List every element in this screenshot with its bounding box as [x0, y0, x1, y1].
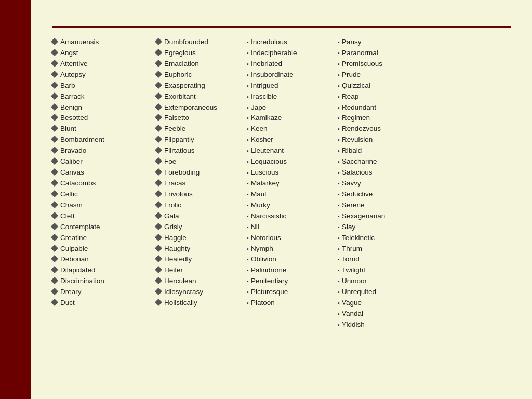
bullet-icon — [51, 168, 58, 176]
word-label: Foreboding — [164, 167, 200, 178]
word-label: Foe — [164, 156, 176, 167]
word-label: Penitentiary — [251, 276, 288, 287]
bullet-icon: ▪ — [247, 179, 249, 188]
list-item: Barrack — [52, 91, 156, 102]
word-label: Barrack — [60, 91, 85, 102]
word-label: Luscious — [251, 167, 278, 178]
list-item: ▪Vandal — [338, 309, 429, 320]
word-label: Palindrome — [251, 265, 286, 276]
word-label: Chasm — [60, 200, 83, 211]
bullet-icon — [155, 103, 162, 110]
list-item: ▪Insubordinate — [247, 70, 338, 81]
bullet-icon — [155, 60, 162, 67]
word-label: Heatedly — [164, 254, 192, 265]
list-item: Bravado — [52, 145, 156, 156]
bullet-icon — [51, 244, 58, 251]
bullet-icon: ▪ — [247, 60, 249, 69]
bullet-icon — [51, 49, 58, 56]
word-label: Unmoor — [342, 276, 367, 287]
bullet-icon — [155, 49, 162, 56]
list-item: Euphoric — [156, 70, 247, 81]
list-item: Cleft — [52, 211, 156, 222]
word-label: Paranormal — [342, 48, 378, 59]
list-item: ▪Loquacious — [247, 156, 338, 167]
bullet-icon: ▪ — [338, 136, 340, 144]
bullet-icon: ▪ — [338, 277, 340, 286]
word-label: Dilapidated — [60, 265, 96, 276]
bullet-icon — [51, 179, 58, 187]
word-label: Heifer — [164, 265, 183, 276]
list-item: ▪Kosher — [247, 135, 338, 145]
bullet-icon — [155, 82, 162, 89]
word-label: Feeble — [164, 124, 185, 135]
list-item: Catacombs — [52, 178, 156, 189]
bullet-icon: ▪ — [338, 147, 340, 155]
bullet-icon — [155, 168, 162, 176]
list-item: ▪Murky — [247, 200, 338, 211]
list-item: Egregious — [156, 48, 247, 59]
word-label: Seductive — [342, 189, 373, 200]
bullet-icon — [51, 190, 58, 197]
word-label: Emaciation — [164, 59, 199, 70]
list-item: ▪Incredulous — [247, 37, 338, 48]
list-item: ▪Inebriated — [247, 59, 338, 70]
word-label: Falsetto — [164, 113, 189, 124]
bullet-icon — [155, 201, 162, 208]
word-label: Haggle — [164, 233, 187, 244]
word-label: Duct — [60, 298, 75, 309]
bullet-icon: ▪ — [338, 114, 340, 123]
list-item: Canvas — [52, 167, 156, 178]
bullet-icon — [51, 125, 58, 132]
word-label: Ribald — [342, 145, 362, 156]
list-item: ▪Redundant — [338, 102, 429, 113]
word-label: Flirtatious — [164, 145, 195, 156]
list-item: Heifer — [156, 265, 247, 276]
list-item: ▪Oblivion — [247, 254, 338, 265]
bullet-icon: ▪ — [338, 299, 340, 308]
list-item: ▪Unrequited — [338, 287, 429, 298]
list-item: ▪Narcissistic — [247, 211, 338, 222]
list-item: ▪Platoon — [247, 298, 338, 309]
bullet-icon: ▪ — [247, 168, 249, 177]
bullet-icon: ▪ — [247, 266, 249, 275]
column-2: DumbfoundedEgregiousEmaciationEuphoricEx… — [156, 37, 247, 389]
word-label: Insubordinate — [251, 70, 294, 81]
list-item: Falsetto — [156, 113, 247, 124]
word-label: Nil — [251, 222, 259, 233]
word-label: Prude — [342, 70, 361, 81]
list-item: Angst — [52, 48, 156, 59]
word-label: Dreary — [60, 287, 82, 298]
list-item: ▪Savvy — [338, 178, 429, 189]
list-item: Chasm — [52, 200, 156, 211]
bullet-icon: ▪ — [247, 277, 249, 286]
list-item: Besotted — [52, 113, 156, 124]
bullet-icon: ▪ — [338, 245, 340, 254]
list-item: Dreary — [52, 287, 156, 298]
list-item: Culpable — [52, 244, 156, 255]
bullet-icon: ▪ — [338, 179, 340, 188]
bullet-icon: ▪ — [338, 201, 340, 210]
list-item: ▪Thrum — [338, 244, 429, 255]
word-label: Extemporaneous — [164, 102, 217, 113]
bullet-icon — [51, 234, 58, 241]
list-item: ▪Nil — [247, 222, 338, 233]
word-label: Platoon — [251, 298, 275, 309]
bullet-icon: ▪ — [247, 245, 249, 254]
bullet-icon — [51, 92, 58, 100]
list-item: Flippantly — [156, 135, 247, 145]
list-item: Autopsy — [52, 70, 156, 81]
word-label: Promiscuous — [342, 59, 382, 70]
bullet-icon — [155, 92, 162, 100]
word-label: Yiddish — [342, 320, 365, 330]
list-item: Dilapidated — [52, 265, 156, 276]
word-label: Celtic — [60, 189, 78, 200]
list-item: ▪Slay — [338, 222, 429, 233]
word-label: Dumbfounded — [164, 37, 208, 48]
list-item: ▪Revulsion — [338, 135, 429, 145]
bullet-icon: ▪ — [247, 299, 249, 308]
bullet-icon — [51, 288, 58, 295]
list-item: ▪Keen — [247, 124, 338, 135]
bullet-icon: ▪ — [247, 223, 249, 232]
title-divider — [52, 26, 511, 28]
bullet-icon — [155, 190, 162, 197]
